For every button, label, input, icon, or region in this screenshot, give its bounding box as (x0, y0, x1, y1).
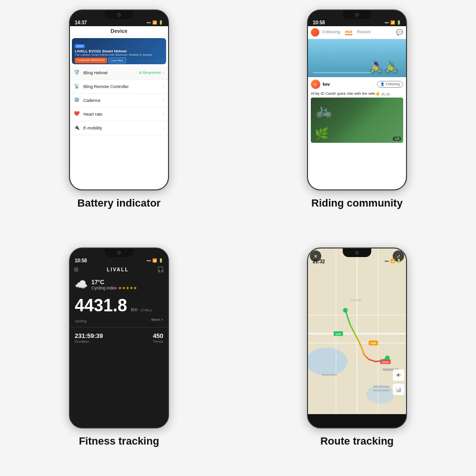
fit-menu-icon[interactable]: ⊞ (74, 266, 79, 273)
heart-icon: ❤️ (74, 111, 80, 118)
follow-button[interactable]: 👤 Following (377, 81, 403, 88)
device-item-emobility[interactable]: 🔌 E-mobility › (70, 121, 168, 135)
cyclists-emoji: 🚴‍♀️🚴‍♂️ (368, 60, 399, 75)
status-icons-4: ▪▪▪ 📶 🔋 (385, 259, 401, 263)
battery-icon-3: 🔋 (159, 258, 163, 263)
learn-more-btn[interactable]: Learn More (109, 58, 127, 63)
phone1-screen: Device 2023 LIVALL EVO21 Smart Helmet Th… (70, 26, 168, 190)
heart-label: Heart rate (83, 112, 163, 117)
phone-route: 21:32 ▪▪▪ 📶 🔋 (307, 248, 407, 428)
helmet-icon: 🛡️ (74, 69, 80, 76)
community-tabs: Following Hot Recent (322, 30, 396, 35)
camera-notch-3 (117, 251, 121, 255)
device-item-heartrate[interactable]: ❤️ Heart rate › (70, 108, 168, 121)
svg-point-15 (343, 308, 348, 313)
banner-year: 2023 (75, 44, 85, 48)
emobility-icon: 🔌 (74, 125, 80, 131)
times-stat: 450 Times (153, 332, 163, 344)
arrow-icon: › (163, 70, 164, 75)
status-icons-3: ▪▪▪ 📶 🔋 (147, 258, 163, 263)
fit-headphone-icon[interactable]: 🎧 (157, 266, 164, 273)
wifi-icon-3: 📶 (152, 258, 157, 263)
status-icons-2: ▪▪▪ 📶 🔋 (385, 20, 401, 25)
app-grid: 14:37 ▪▪▪ 📶 🔋 Device 2023 LIVALL EVO21 S… (0, 0, 476, 476)
signal-icon-3: ▪▪▪ (147, 258, 151, 263)
eye-button[interactable]: 👁 (393, 369, 404, 381)
arrow-icon-2: › (163, 84, 164, 89)
cloud-icon: ☁️ (75, 278, 88, 291)
device-item-helmet[interactable]: 🛡️ Bling Helmet ⊞ BlingHelmet › (70, 66, 168, 80)
helmet-badge: ⊞ BlingHelmet (139, 71, 161, 75)
camera-notch-2 (355, 13, 359, 17)
stats-section: 231:59:39 Duration 450 Times (70, 327, 168, 344)
times-value: 450 (153, 332, 163, 339)
cycling-index-label: Cycling index (91, 286, 117, 290)
more-link[interactable]: More > (151, 317, 163, 322)
bike-emoji: 🚲 (316, 102, 332, 118)
signal-icon: ▪▪▪ (147, 20, 151, 25)
cell-fitness: 10:58 ▪▪▪ 📶 🔋 ⊞ LIVALL 🎧 ☁️ 17°C (0, 238, 238, 476)
device-header: Device (70, 26, 168, 36)
post-text: #City ID Card# quick ride with the wife👍… (308, 91, 406, 98)
weather-section: ☁️ 17°C Cycling index ★★★★★ (70, 275, 168, 293)
phone-battery: 14:37 ▪▪▪ 📶 🔋 Device 2023 LIVALL EVO21 S… (69, 10, 169, 190)
svg-point-16 (385, 356, 390, 360)
banner-btns: Funded with INDIEGOGO Learn More (75, 58, 163, 63)
cell-route: 21:32 ▪▪▪ 📶 🔋 (238, 238, 476, 476)
map-svg: G107 S359 G1501 (308, 248, 406, 414)
emobility-label: E-mobility (83, 126, 163, 130)
tab-recent[interactable]: Recent (357, 30, 371, 35)
banner-sub: The Lightest Smart Helmet with Maximum V… (75, 53, 163, 56)
cell-community: 10:58 ▪▪▪ 📶 🔋 Following Hot Recent 💬 (238, 0, 476, 238)
chat-icon[interactable]: 💬 (396, 29, 403, 36)
distance-section: 4431.8 km LIVALL cycling More > (70, 293, 168, 327)
nature-emoji: 🌿 (315, 127, 329, 140)
battery-icon-4: 🔋 (397, 259, 401, 263)
duration-label: Duration (75, 339, 103, 344)
stars-rating: ★★★★★ (118, 286, 137, 290)
battery-icon-2: 🔋 (397, 20, 401, 25)
chart-button[interactable]: 📊 (393, 384, 404, 395)
arrow-icon-5: › (163, 126, 164, 130)
device-banner: 2023 LIVALL EVO21 Smart Helmet The Light… (72, 38, 166, 64)
cell-battery: 14:37 ▪▪▪ 📶 🔋 Device 2023 LIVALL EVO21 S… (0, 0, 238, 238)
svg-text:Guangqian: Guangqian (350, 299, 361, 301)
post-image: 🚲 🌿 1/5 (311, 98, 403, 143)
svg-text:Nantou Harbor: Nantou Harbor (322, 374, 337, 376)
tab-following[interactable]: Following (322, 30, 340, 35)
phone3-screen: ⊞ LIVALL 🎧 ☁️ 17°C Cycling index ★★★★★ (70, 264, 168, 428)
post-avatar: K (311, 79, 320, 89)
indiegogo-btn[interactable]: Funded with INDIEGOGO (75, 58, 107, 63)
battery-icon: 🔋 (159, 20, 163, 25)
device-item-cadence[interactable]: ⚙️ Cadence › (70, 94, 168, 108)
caption-fitness: Fitness tracking (79, 435, 159, 447)
wifi-icon: 📶 (152, 20, 157, 25)
map-right-controls: 👁 📊 (393, 369, 404, 395)
hero-image: 🚴‍♀️🚴‍♂️ (308, 39, 406, 77)
road-line (313, 72, 372, 73)
caption-battery: Battery indicator (78, 197, 161, 209)
device-list: 🛡️ Bling Helmet ⊞ BlingHelmet › 📡 Bling … (70, 66, 168, 135)
svg-text:G1501: G1501 (382, 361, 389, 364)
signal-icon-4: ▪▪▪ (385, 259, 389, 263)
weather-details: 17°C Cycling index ★★★★★ (91, 279, 137, 290)
wifi-icon-4: 📶 (390, 259, 395, 263)
camera-notch (117, 13, 121, 17)
svg-text:S359: S359 (371, 342, 377, 345)
tab-hot[interactable]: Hot (345, 30, 352, 35)
cadence-icon: ⚙️ (74, 97, 80, 104)
caption-route: Route tracking (320, 435, 394, 447)
wifi-icon-2: 📶 (390, 20, 395, 25)
device-item-remote[interactable]: 📡 Bling Remote Controller › (70, 80, 168, 94)
banner-title: LIVALL EVO21 Smart Helmet (75, 49, 163, 53)
post-username: kev (323, 82, 377, 87)
image-counter: 1/5 (393, 137, 401, 141)
arrow-icon-3: › (163, 98, 164, 103)
svg-text:Railway Station: Railway Station (373, 389, 389, 392)
phone4-screen: 21:32 ▪▪▪ 📶 🔋 (308, 248, 406, 414)
status-icons-1: ▪▪▪ 📶 🔋 (147, 20, 163, 25)
distance-row: 4431.8 km LIVALL cycling More > (75, 296, 163, 324)
arrow-icon-4: › (163, 112, 164, 117)
distance-number: 4431.8 (75, 296, 127, 315)
helmet-label: Bling Helmet (83, 70, 139, 75)
